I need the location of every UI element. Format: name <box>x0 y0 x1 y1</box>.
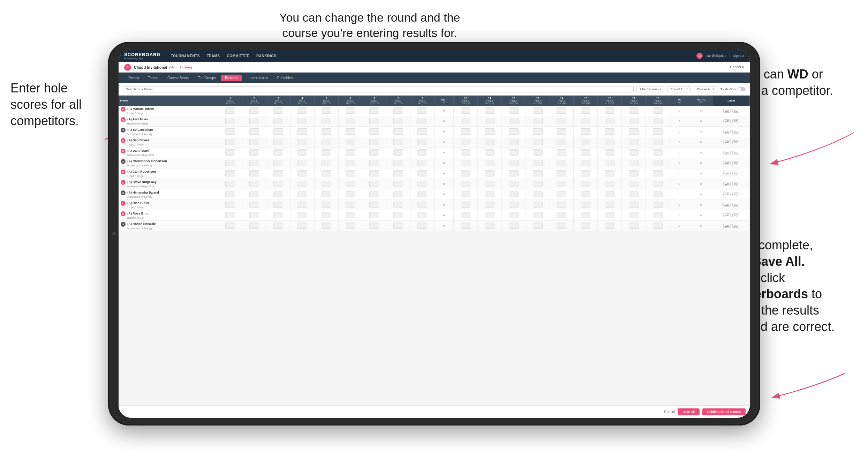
score-cell-h8[interactable] <box>386 179 410 189</box>
score-cell-h17[interactable] <box>622 106 646 116</box>
dq-button[interactable]: DQ <box>732 182 740 186</box>
score-cell-h13[interactable] <box>526 106 550 116</box>
score-cell-h5[interactable] <box>314 137 338 148</box>
score-cell-h7[interactable] <box>362 158 386 168</box>
wd-button[interactable]: WD <box>723 161 731 165</box>
wd-button[interactable]: WD <box>723 182 731 186</box>
search-input[interactable] <box>123 86 634 92</box>
score-cell-h11[interactable] <box>477 127 501 137</box>
score-cell-h13[interactable] <box>526 158 550 168</box>
score-cell-h16[interactable] <box>598 179 622 189</box>
score-cell-h6[interactable] <box>338 221 362 231</box>
score-cell-h15[interactable] <box>574 106 598 116</box>
score-cell-h16[interactable] <box>598 127 622 137</box>
score-cell-h6[interactable] <box>338 179 362 189</box>
score-cell-h14[interactable] <box>550 158 574 168</box>
score-cell-h6[interactable] <box>338 210 362 221</box>
score-cell-h7[interactable] <box>362 106 386 116</box>
score-cell-h18[interactable] <box>646 127 670 137</box>
wd-button[interactable]: WD <box>723 109 731 113</box>
score-cell-h15[interactable] <box>574 221 598 231</box>
score-cell-h14[interactable] <box>550 221 574 231</box>
dq-button[interactable]: DQ <box>732 151 740 155</box>
score-cell-h9[interactable] <box>410 158 435 168</box>
score-cell-h3[interactable] <box>266 189 290 200</box>
score-cell-h1[interactable] <box>218 116 242 127</box>
score-cell-h1[interactable] <box>218 137 242 148</box>
score-cell-h13[interactable] <box>526 200 550 210</box>
score-cell-h11[interactable] <box>477 189 501 200</box>
score-cell-h15[interactable] <box>574 158 598 168</box>
score-cell-h13[interactable] <box>526 137 550 148</box>
score-cell-h14[interactable] <box>550 200 574 210</box>
tab-results[interactable]: Results <box>221 75 242 81</box>
wd-button[interactable]: WD <box>723 151 731 155</box>
score-cell-h14[interactable] <box>550 106 574 116</box>
dq-button[interactable]: DQ <box>732 203 740 207</box>
score-cell-h5[interactable] <box>314 127 338 137</box>
score-cell-h12[interactable] <box>501 106 526 116</box>
score-cell-h13[interactable] <box>526 189 550 200</box>
score-cell-h16[interactable] <box>598 106 622 116</box>
score-cell-h17[interactable] <box>622 116 646 127</box>
score-cell-h15[interactable] <box>574 168 598 179</box>
tab-teams[interactable]: Teams <box>144 75 163 81</box>
score-cell-h1[interactable] <box>218 200 242 210</box>
score-cell-h11[interactable] <box>477 168 501 179</box>
score-cell-h11[interactable] <box>477 148 501 158</box>
score-cell-h4[interactable] <box>290 116 314 127</box>
score-cell-h11[interactable] <box>477 137 501 148</box>
dq-button[interactable]: DQ <box>732 193 740 196</box>
score-cell-h14[interactable] <box>550 137 574 148</box>
score-cell-h4[interactable] <box>290 210 314 221</box>
score-cell-h13[interactable] <box>526 210 550 221</box>
wd-button[interactable]: WD <box>723 130 731 134</box>
score-cell-h12[interactable] <box>501 189 526 200</box>
score-cell-h5[interactable] <box>314 158 338 168</box>
score-cell-h2[interactable] <box>242 158 266 168</box>
score-cell-h6[interactable] <box>338 148 362 158</box>
score-cell-h9[interactable] <box>410 127 435 137</box>
totals-only-toggle[interactable]: Totals Only <box>720 87 746 91</box>
score-cell-h17[interactable] <box>622 148 646 158</box>
score-cell-h2[interactable] <box>242 179 266 189</box>
score-cell-h5[interactable] <box>314 221 338 231</box>
score-cell-h18[interactable] <box>646 158 670 168</box>
score-cell-h13[interactable] <box>526 179 550 189</box>
nav-teams[interactable]: TEAMS <box>207 54 220 58</box>
save-all-button[interactable]: Save All <box>678 408 700 415</box>
score-cell-h10[interactable] <box>454 189 478 200</box>
score-cell-h6[interactable] <box>338 137 362 148</box>
score-cell-h16[interactable] <box>598 158 622 168</box>
score-cell-h15[interactable] <box>574 116 598 127</box>
score-cell-h15[interactable] <box>574 137 598 148</box>
score-cell-h18[interactable] <box>646 221 670 231</box>
score-cell-h1[interactable] <box>218 127 242 137</box>
course-dropdown[interactable]: Course A ▾ <box>694 86 717 92</box>
score-cell-h17[interactable] <box>622 158 646 168</box>
score-cell-h5[interactable] <box>314 168 338 179</box>
score-cell-h8[interactable] <box>386 137 410 148</box>
score-cell-h5[interactable] <box>314 179 338 189</box>
score-cell-h16[interactable] <box>598 116 622 127</box>
score-cell-h11[interactable] <box>477 210 501 221</box>
score-cell-h7[interactable] <box>362 127 386 137</box>
cancel-button[interactable]: Cancel <box>664 410 675 414</box>
score-cell-h7[interactable] <box>362 200 386 210</box>
score-cell-h14[interactable] <box>550 148 574 158</box>
score-cell-h2[interactable] <box>242 221 266 231</box>
score-cell-h10[interactable] <box>454 221 478 231</box>
score-cell-h10[interactable] <box>454 106 478 116</box>
score-cell-h12[interactable] <box>501 127 526 137</box>
score-cell-h16[interactable] <box>598 189 622 200</box>
publish-button[interactable]: Publish Round Scores <box>702 408 746 415</box>
dq-button[interactable]: DQ <box>732 130 740 134</box>
wd-button[interactable]: WD <box>723 224 731 228</box>
score-cell-h7[interactable] <box>362 168 386 179</box>
score-cell-h3[interactable] <box>266 127 290 137</box>
score-cell-h5[interactable] <box>314 148 338 158</box>
wd-button[interactable]: WD <box>723 213 731 217</box>
score-cell-h16[interactable] <box>598 148 622 158</box>
score-cell-h10[interactable] <box>454 210 478 221</box>
score-cell-h13[interactable] <box>526 148 550 158</box>
